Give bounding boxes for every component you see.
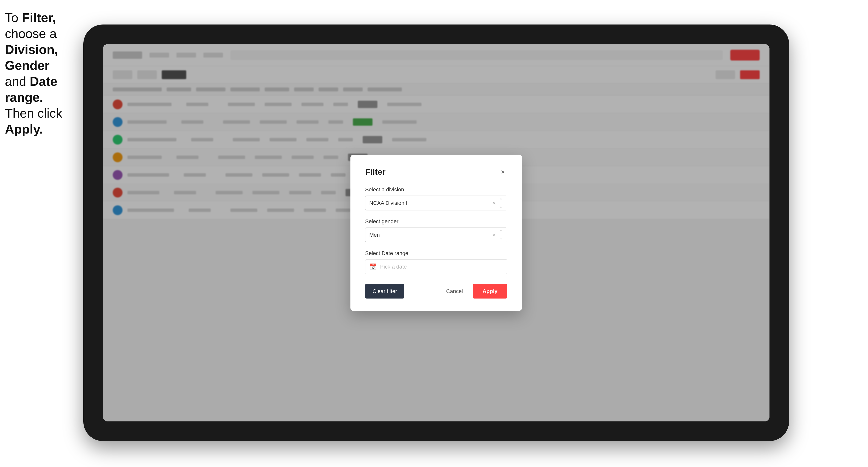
footer-right-buttons: Cancel Apply: [439, 284, 507, 299]
modal-header: Filter ×: [365, 167, 507, 177]
division-arrow-icon: ⌃⌄: [499, 197, 503, 209]
instruction-line2: choose a: [5, 27, 57, 41]
division-group: Select a division NCAA Division I × ⌃⌄: [365, 186, 507, 211]
modal-footer: Clear filter Cancel Apply: [365, 284, 507, 299]
division-clear-icon[interactable]: ×: [493, 200, 496, 207]
modal-title: Filter: [365, 167, 385, 177]
tablet-screen: Filter × Select a division NCAA Division…: [103, 44, 770, 422]
gender-controls: × ⌃⌄: [493, 229, 503, 241]
cancel-button[interactable]: Cancel: [439, 284, 470, 299]
date-placeholder: Pick a date: [380, 263, 407, 270]
modal-close-button[interactable]: ×: [498, 167, 507, 176]
instruction-line4: Then click: [5, 106, 62, 120]
gender-arrow-icon: ⌃⌄: [499, 229, 503, 241]
filter-modal: Filter × Select a division NCAA Division…: [350, 155, 522, 311]
division-controls: × ⌃⌄: [493, 197, 503, 209]
gender-group: Select gender Men × ⌃⌄: [365, 218, 507, 242]
instruction-bold1: Filter,: [22, 10, 56, 25]
instruction-line1: To: [5, 10, 22, 25]
instruction-panel: To Filter, choose a Division, Gender and…: [5, 10, 83, 137]
division-label: Select a division: [365, 186, 507, 193]
tablet-device: Filter × Select a division NCAA Division…: [83, 25, 789, 441]
calendar-icon: 📅: [369, 263, 377, 270]
division-value: NCAA Division I: [369, 200, 407, 206]
apply-button[interactable]: Apply: [473, 284, 507, 299]
date-label: Select Date range: [365, 250, 507, 256]
instruction-line3: and: [5, 74, 30, 89]
date-input[interactable]: 📅 Pick a date: [365, 259, 507, 274]
division-select[interactable]: NCAA Division I × ⌃⌄: [365, 196, 507, 211]
gender-value: Men: [369, 232, 380, 238]
instruction-bold2: Division, Gender: [5, 42, 58, 72]
instruction-bold4: Apply.: [5, 122, 43, 136]
date-group: Select Date range 📅 Pick a date: [365, 250, 507, 274]
gender-clear-icon[interactable]: ×: [493, 231, 496, 239]
gender-label: Select gender: [365, 218, 507, 225]
gender-select[interactable]: Men × ⌃⌄: [365, 228, 507, 242]
clear-filter-button[interactable]: Clear filter: [365, 284, 404, 299]
